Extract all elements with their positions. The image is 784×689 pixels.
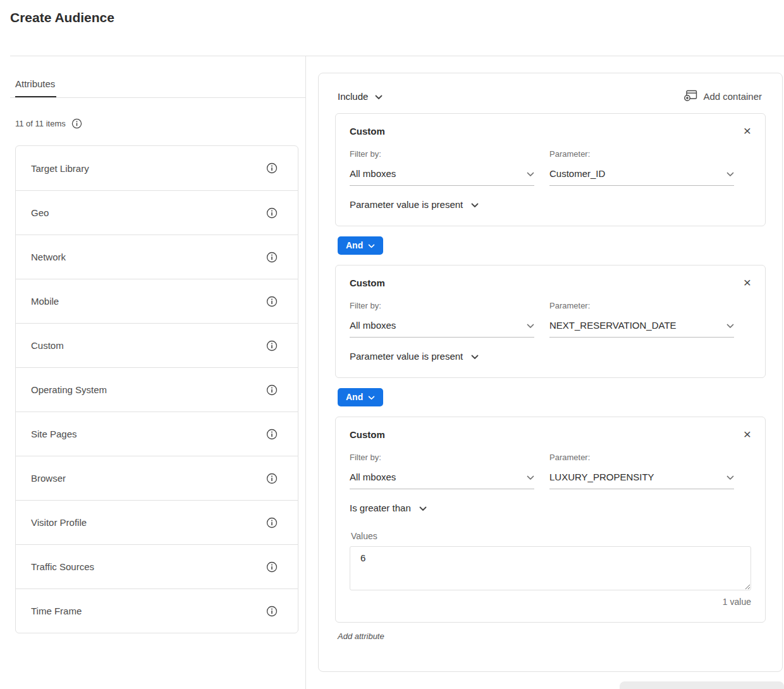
list-item-mobile[interactable]: Mobile: [16, 279, 298, 323]
value-count: 1 value: [350, 597, 751, 607]
info-icon[interactable]: [266, 517, 278, 528]
filter-by-value: All mboxes: [350, 320, 396, 331]
evaluator-dropdown[interactable]: Parameter value is present: [350, 351, 479, 362]
parameter-label: Parameter:: [549, 149, 734, 159]
filter-by-select[interactable]: All mboxes: [350, 168, 534, 186]
chevron-down-icon: [726, 472, 734, 482]
tab-attributes[interactable]: Attributes: [15, 78, 56, 97]
info-icon[interactable]: [266, 162, 278, 174]
add-container-icon: [684, 90, 697, 103]
list-item-browser[interactable]: Browser: [16, 456, 298, 500]
list-item-label: Visitor Profile: [31, 517, 87, 528]
chevron-down-icon: [726, 168, 734, 179]
list-item-target-library[interactable]: Target Library: [16, 146, 298, 190]
left-tab-bar: Attributes: [10, 56, 305, 98]
list-item-geo[interactable]: Geo: [16, 190, 298, 235]
chevron-down-icon: [375, 91, 383, 102]
list-item-custom[interactable]: Custom: [16, 323, 298, 367]
close-icon: ×: [744, 427, 751, 441]
attribute-list: Target Library Geo Network Mobile Custom…: [15, 145, 298, 633]
chevron-down-icon: [527, 320, 534, 331]
and-label: And: [346, 240, 363, 250]
and-operator-button[interactable]: And: [338, 388, 383, 406]
info-icon[interactable]: [266, 340, 278, 351]
include-dropdown-value: Include: [338, 91, 368, 102]
chevron-down-icon: [471, 199, 479, 210]
close-icon: ×: [744, 123, 751, 138]
add-container-label: Add container: [703, 91, 762, 102]
remove-card-button[interactable]: ×: [744, 124, 751, 137]
condition-card-2: Custom × Filter by: All mboxes Parameter…: [335, 265, 766, 378]
filter-by-label: Filter by:: [350, 149, 534, 159]
card-fields: Filter by: All mboxes Parameter: LUXURY_…: [350, 453, 751, 489]
chevron-down-icon: [527, 472, 534, 482]
attributes-panel: Attributes 11 of 11 items Target Library…: [10, 56, 305, 633]
info-icon[interactable]: [266, 384, 278, 396]
filter-by-value: All mboxes: [350, 472, 396, 482]
evaluator-value: Parameter value is present: [350, 199, 463, 210]
parameter-label: Parameter:: [549, 301, 734, 310]
remove-card-button[interactable]: ×: [744, 427, 751, 441]
card-head: Custom ×: [350, 429, 751, 441]
list-item-network[interactable]: Network: [16, 235, 298, 279]
card-title: Custom: [350, 429, 385, 440]
info-icon[interactable]: [266, 296, 278, 307]
info-icon[interactable]: [266, 429, 278, 440]
card-fields: Filter by: All mboxes Parameter: Custome…: [350, 149, 751, 186]
parameter-select[interactable]: LUXURY_PROPENSITY: [549, 472, 734, 489]
parameter-value: NEXT_RESERVATION_DATE: [549, 320, 677, 331]
info-icon[interactable]: [266, 207, 278, 219]
card-title: Custom: [350, 126, 385, 137]
parameter-field: Parameter: LUXURY_PROPENSITY: [549, 453, 734, 489]
info-icon[interactable]: [71, 118, 82, 129]
evaluator-value: Is greater than: [350, 503, 411, 513]
info-icon[interactable]: [266, 606, 278, 617]
item-count-row: 11 of 11 items: [15, 118, 305, 129]
parameter-field: Parameter: NEXT_RESERVATION_DATE: [549, 301, 734, 338]
card-head: Custom ×: [350, 126, 751, 137]
info-icon[interactable]: [266, 561, 278, 573]
condition-card-3: Custom × Filter by: All mboxes Parameter…: [335, 417, 766, 623]
builder-header: Include Add container: [335, 90, 766, 103]
parameter-select[interactable]: NEXT_RESERVATION_DATE: [549, 320, 734, 338]
filter-by-label: Filter by:: [350, 301, 534, 310]
chevron-down-icon: [726, 320, 734, 331]
filter-by-field: Filter by: All mboxes: [350, 301, 534, 338]
parameter-select[interactable]: Customer_ID: [549, 168, 734, 186]
list-item-traffic-sources[interactable]: Traffic Sources: [16, 544, 298, 588]
page-title: Create Audience: [10, 10, 114, 25]
and-label: And: [346, 392, 363, 402]
list-item-site-pages[interactable]: Site Pages: [16, 412, 298, 456]
parameter-label: Parameter:: [549, 453, 734, 462]
include-dropdown[interactable]: Include: [338, 91, 383, 102]
condition-card-1: Custom × Filter by: All mboxes Parameter…: [335, 113, 766, 226]
list-item-visitor-profile[interactable]: Visitor Profile: [16, 500, 298, 544]
info-icon[interactable]: [266, 473, 278, 484]
info-icon[interactable]: [266, 252, 278, 263]
list-item-label: Time Frame: [31, 606, 82, 616]
chevron-down-icon: [527, 168, 534, 179]
list-item-label: Browser: [31, 473, 66, 484]
list-item-label: Operating System: [31, 384, 107, 395]
parameter-value: LUXURY_PROPENSITY: [549, 472, 654, 482]
parameter-value: Customer_ID: [549, 168, 605, 179]
evaluator-value: Parameter value is present: [350, 351, 463, 362]
values-input[interactable]: 6: [350, 546, 751, 590]
filter-by-select[interactable]: All mboxes: [350, 472, 534, 489]
list-item-operating-system[interactable]: Operating System: [16, 367, 298, 412]
chevron-down-icon: [471, 351, 479, 362]
evaluator-dropdown[interactable]: Parameter value is present: [350, 199, 479, 210]
list-item-label: Geo: [31, 207, 49, 218]
panel-divider: [305, 56, 306, 689]
add-attribute-link[interactable]: Add attribute: [338, 631, 384, 641]
list-item-time-frame[interactable]: Time Frame: [16, 588, 298, 633]
remove-card-button[interactable]: ×: [744, 276, 751, 289]
and-operator-button[interactable]: And: [338, 236, 383, 255]
evaluator-dropdown[interactable]: Is greater than: [350, 503, 427, 513]
audience-builder-panel: Include Add container Custom × Fi: [318, 73, 783, 672]
filter-by-select[interactable]: All mboxes: [350, 320, 534, 338]
add-container-button[interactable]: Add container: [684, 90, 762, 103]
card-fields: Filter by: All mboxes Parameter: NEXT_RE…: [350, 301, 751, 338]
parameter-field: Parameter: Customer_ID: [549, 149, 734, 186]
filter-by-field: Filter by: All mboxes: [350, 149, 534, 186]
